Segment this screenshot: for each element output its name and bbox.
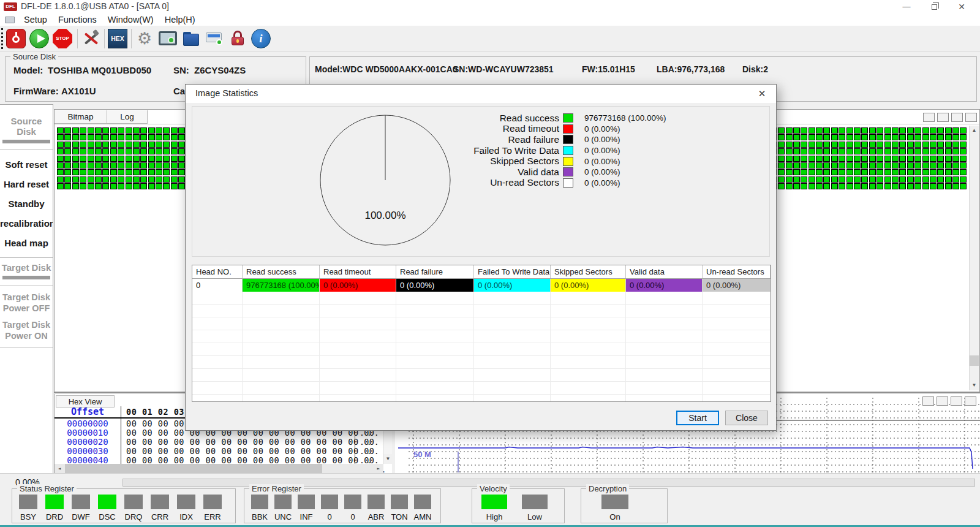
scrollbar-thumb[interactable]	[970, 355, 979, 366]
unlock-button[interactable]	[228, 29, 247, 48]
toolbar-grip[interactable]	[1, 28, 4, 49]
bitmap-cell	[861, 162, 868, 169]
sidebar-item-target-disk-power-on[interactable]: Target Disk Power ON	[0, 319, 53, 341]
bitmap-cell	[861, 183, 868, 189]
bitmap-cell	[163, 183, 170, 189]
bitmap-cell	[178, 162, 185, 169]
bitmap-cell	[786, 156, 793, 162]
bitmap-tool-button[interactable]	[965, 113, 977, 122]
stop-button[interactable]: STOP	[53, 29, 72, 48]
graph-tool-button[interactable]	[965, 396, 976, 406]
tab-bitmap[interactable]: Bitmap	[55, 110, 107, 124]
table-empty-cell	[551, 369, 626, 382]
info-button[interactable]: i	[251, 29, 271, 48]
bitmap-cell	[952, 176, 959, 183]
open-folder-button[interactable]	[181, 29, 201, 48]
led-off	[151, 495, 169, 509]
bitmap-cell	[884, 156, 891, 162]
legend-value: 0 (0.00%)	[584, 124, 620, 134]
menu-item-setup[interactable]: Setup	[18, 15, 53, 25]
hex-horizontal-scrollbar[interactable]: ◄ ►	[55, 464, 383, 473]
start-task-button[interactable]	[29, 29, 49, 48]
bitmap-cell	[171, 183, 178, 189]
sidebar-item-hard-reset[interactable]: Hard reset	[0, 179, 53, 189]
bitmap-cell	[118, 156, 124, 162]
bitmap-cell	[831, 134, 838, 140]
target-disk-number: Disk:2	[742, 64, 768, 74]
bitmap-cell	[110, 169, 117, 175]
led-label: UNC	[274, 512, 292, 521]
sidebar-item-target-disk-power-off[interactable]: Target Disk Power OFF	[0, 292, 53, 314]
scroll-down-icon[interactable]: ▼	[970, 381, 979, 390]
bitmap-cell	[899, 169, 906, 175]
dialog-close-icon[interactable]: ✕	[753, 86, 771, 102]
bitmap-cell	[163, 156, 170, 162]
bitmap-cell	[156, 148, 162, 154]
screen-capture-button[interactable]	[158, 29, 178, 48]
graph-tool-button[interactable]	[922, 396, 934, 406]
scroll-left-icon[interactable]: ◄	[55, 464, 64, 473]
sidebar-item-soft-reset[interactable]: Soft reset	[0, 159, 53, 170]
bitmap-cell	[809, 169, 815, 175]
close-button[interactable]: ✕	[951, 0, 972, 13]
bitmap-cell	[80, 176, 86, 183]
bitmap-cell	[140, 169, 147, 175]
bitmap-tool-button[interactable]	[923, 113, 935, 122]
bitmap-cell	[945, 127, 952, 134]
close-dialog-button[interactable]: Close	[725, 411, 768, 425]
sidebar-item-recalibration[interactable]: recalibration	[0, 218, 53, 229]
hex-view-button[interactable]: HEX	[108, 29, 127, 48]
table-empty-cell	[551, 382, 626, 395]
graph-tool-button[interactable]	[951, 396, 962, 406]
bitmap-cell	[133, 156, 140, 162]
tab-hex-view[interactable]: Hex View	[56, 395, 115, 408]
restore-button[interactable]	[924, 0, 944, 13]
bitmap-cell	[816, 169, 823, 175]
bitmap-cell	[876, 169, 883, 175]
bitmap-tool-button[interactable]	[951, 113, 963, 122]
scrollbar-thumb[interactable]	[65, 464, 322, 473]
scroll-up-icon[interactable]: ▲	[970, 126, 979, 135]
bitmap-cell	[88, 148, 94, 154]
bitmap-cell	[156, 142, 162, 148]
menu-item-windoww[interactable]: Window(W)	[102, 15, 159, 25]
sidebar-item-head-map[interactable]: Head map	[0, 238, 53, 248]
scroll-down-icon[interactable]: ▼	[383, 454, 392, 464]
tools-button[interactable]	[81, 29, 100, 48]
bitmap-cell	[786, 148, 793, 154]
bitmap-cell	[884, 142, 891, 148]
scroll-right-icon[interactable]: ►	[374, 464, 383, 473]
bitmap-cell	[839, 127, 845, 134]
hex-row: 0000002000 00 00 00 00 00 00 00 00 00 00…	[55, 438, 392, 447]
start-button[interactable]: Start	[676, 411, 719, 425]
table-data-row[interactable]: 0976773168 (100.00%)0 (0.00%)0 (0.00%)0 …	[192, 279, 771, 292]
bitmap-cell	[831, 148, 838, 154]
bitmap-cell	[95, 176, 102, 183]
sidebar-item-standby[interactable]: Standby	[0, 199, 53, 209]
title-bar: DFL DFL-DE 1.8.0.1@USB ATA0 - [SATA 0] —…	[0, 0, 980, 13]
tab-log[interactable]: Log	[107, 110, 148, 124]
table-data-cell: 0 (0.00%)	[320, 279, 396, 292]
window-title: DFL-DE 1.8.0.1@USB ATA0 - [SATA 0]	[21, 1, 169, 11]
menu-item-helph[interactable]: Help(H)	[159, 15, 201, 25]
bitmap-cell	[846, 183, 853, 189]
bitmap-cell	[854, 176, 861, 183]
table-empty-cell	[320, 305, 396, 317]
disk-image-button[interactable]	[205, 29, 224, 48]
hex-offset: 00000030	[55, 447, 121, 456]
bitmap-cell	[831, 169, 838, 175]
led-label: TON	[391, 512, 407, 521]
bitmap-vertical-scrollbar[interactable]: ▲ ▼	[969, 126, 979, 390]
bitmap-cell	[914, 127, 921, 134]
menu-item-functions[interactable]: Functions	[53, 15, 102, 25]
graph-tool-button[interactable]	[937, 396, 948, 406]
minimize-button[interactable]: —	[896, 0, 917, 13]
settings-gear-button[interactable]: ⚙	[135, 29, 154, 48]
bitmap-cell	[57, 169, 64, 175]
dialog-title-bar[interactable]: Image Statistics ✕	[186, 85, 776, 103]
bitmap-cell	[72, 127, 79, 134]
power-button[interactable]	[6, 29, 26, 48]
bitmap-cell	[72, 162, 79, 169]
bitmap-cell	[163, 148, 170, 154]
bitmap-tool-button[interactable]	[937, 113, 949, 122]
